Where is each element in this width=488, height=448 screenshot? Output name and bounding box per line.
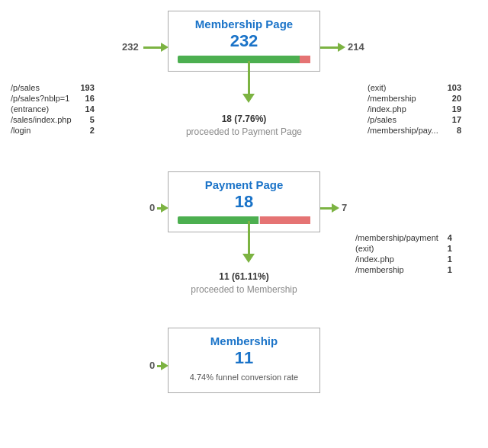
list-item: /p/sales193: [8, 82, 98, 93]
list-item: (entrance)14: [8, 104, 98, 114]
path-cell: /index.php: [352, 254, 441, 264]
list-item: /index.php1: [352, 254, 455, 264]
count-cell: 20: [441, 93, 464, 104]
arrow-head: [161, 203, 169, 213]
step3-number: 11: [178, 348, 310, 368]
arrow-line: [143, 46, 161, 49]
step1-bar-green: [178, 56, 300, 63]
arrow-head: [242, 94, 255, 103]
step1-incoming-arrow: [143, 43, 169, 52]
step1-incoming-label: 232: [122, 41, 139, 53]
step1-outgoing-label: 214: [348, 41, 364, 53]
proceed-text-2: 11 (61.11%) proceeded to Membership: [164, 270, 324, 296]
count-cell: 1: [441, 264, 455, 275]
proceed-count-1: 18 (7.76%): [222, 114, 267, 124]
list-item: /membership/payment4: [352, 232, 455, 243]
step2-number: 18: [178, 192, 310, 212]
proceed-count-2: 11 (61.11%): [219, 271, 268, 282]
proceed-label-2: proceeded to Membership: [191, 284, 297, 295]
list-item: /membership1: [352, 264, 455, 275]
list-item: /membership/pay...8: [364, 125, 464, 136]
arrow-head: [161, 361, 169, 370]
path-cell: /p/sales?nblp=1: [8, 93, 75, 104]
step1-down-arrow: [242, 61, 255, 103]
step3-incoming-arrow: [157, 361, 169, 370]
conversion-rate: 4.74% funnel conversion rate: [178, 373, 310, 382]
step2-incoming-label: 0: [149, 202, 155, 213]
arrow-head: [338, 43, 345, 52]
count-cell: 5: [75, 114, 98, 125]
path-cell: /membership/pay...: [364, 125, 441, 136]
count-cell: 103: [441, 82, 464, 93]
step2-title: Payment Page: [178, 178, 310, 192]
list-item: (exit)103: [364, 82, 464, 93]
count-cell: 2: [75, 125, 98, 136]
path-cell: /membership/payment: [352, 232, 441, 243]
list-item: /p/sales17: [364, 114, 464, 125]
path-cell: /sales/index.php: [8, 114, 75, 125]
arrow-line: [320, 207, 332, 210]
count-cell: 1: [441, 254, 455, 264]
arrow-head: [332, 203, 339, 213]
step3-title: Membership: [178, 334, 310, 348]
count-cell: 1: [441, 243, 455, 254]
list-item: (exit)1: [352, 243, 455, 254]
path-cell: /membership: [364, 93, 441, 104]
right-table-2: /membership/payment4(exit)1/index.php1/m…: [352, 232, 455, 275]
list-item: /p/sales?nblp=116: [8, 93, 98, 104]
count-cell: 4: [441, 232, 455, 243]
proceed-text-1: 18 (7.76%) proceeded to Payment Page: [164, 113, 324, 139]
path-cell: /index.php: [364, 104, 441, 114]
proceed-label-1: proceeded to Payment Page: [186, 126, 302, 137]
path-cell: /membership: [352, 264, 441, 275]
arrow-line: [320, 46, 338, 49]
path-cell: (entrance): [8, 104, 75, 114]
step2-bar-red: [260, 216, 310, 224]
step3-box: Membership 11 4.74% funnel conversion ra…: [168, 328, 320, 393]
arrow-line: [248, 61, 250, 94]
step2-outgoing-arrow: [320, 203, 339, 213]
step2-incoming-arrow: [157, 203, 169, 213]
count-cell: 16: [75, 93, 98, 104]
path-cell: (exit): [364, 82, 441, 93]
arrow-line: [248, 221, 250, 254]
step1-title: Membership Page: [178, 18, 310, 31]
step2-outgoing-label: 7: [342, 202, 347, 213]
path-cell: /p/sales: [364, 114, 441, 125]
step1-bar-red: [300, 56, 310, 63]
right-table-1: (exit)103/membership20/index.php19/p/sal…: [364, 82, 464, 136]
step2-down-arrow: [242, 221, 255, 263]
count-cell: 193: [75, 82, 98, 93]
arrow-head: [161, 43, 169, 52]
step3-incoming-label: 0: [149, 360, 155, 371]
arrow-head: [242, 254, 255, 263]
step1-outgoing-arrow: [320, 43, 345, 52]
left-table-1: /p/sales193/p/sales?nblp=116(entrance)14…: [8, 82, 98, 136]
list-item: /membership20: [364, 93, 464, 104]
count-cell: 17: [441, 114, 464, 125]
step1-number: 232: [178, 31, 310, 51]
count-cell: 14: [75, 104, 98, 114]
list-item: /index.php19: [364, 104, 464, 114]
path-cell: (exit): [352, 243, 441, 254]
path-cell: /login: [8, 125, 75, 136]
count-cell: 19: [441, 104, 464, 114]
path-cell: /p/sales: [8, 82, 75, 93]
list-item: /sales/index.php5: [8, 114, 98, 125]
count-cell: 8: [441, 125, 464, 136]
list-item: /login2: [8, 125, 98, 136]
funnel-diagram: Membership Page 232 232 214 /p/sales193/…: [0, 0, 488, 448]
